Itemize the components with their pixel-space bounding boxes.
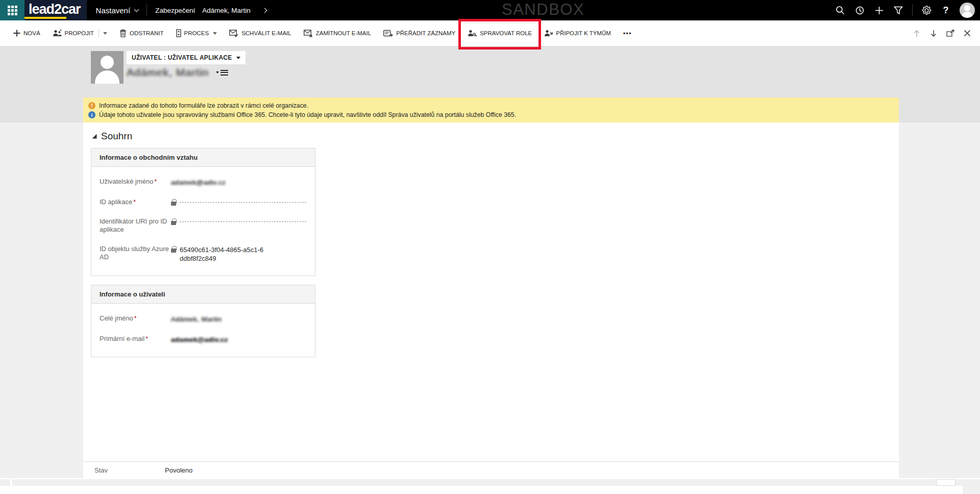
field-application-id[interactable]: ID aplikace* (100, 192, 309, 212)
trash-icon (119, 29, 127, 37)
app-logo[interactable]: lead2car (24, 0, 87, 20)
nav-section-menu[interactable]: Nastavení (96, 6, 139, 15)
logo-text: lead2car (29, 2, 81, 17)
approve-email-button[interactable]: SCHVÁLIT E-MAIL (223, 26, 298, 41)
email-reject-icon (304, 30, 313, 37)
popout-icon[interactable] (943, 26, 957, 41)
field-primary-email[interactable]: Primární e-mail* adamek@adiv.cz (100, 329, 309, 350)
button-label: NOVÁ (23, 30, 40, 36)
avatar-head-shape (964, 5, 970, 11)
button-label: SPRAVOVAT ROLE (480, 30, 532, 36)
content-area: UŽIVATEL : UŽIVATEL APLIKACE Adámek, Mar… (0, 46, 980, 494)
empty-value-dashes (180, 202, 306, 203)
field-azure-ad-object-id[interactable]: ID objektu služby Azure AD 65490c61-3f04… (100, 239, 309, 268)
help-icon[interactable]: ? (936, 0, 955, 20)
button-label: PŘEŘADIT ZÁZNAMY (396, 30, 455, 36)
settings-gear-icon[interactable] (917, 0, 936, 20)
header-divider (146, 4, 147, 16)
field-full-name[interactable]: Celé jméno* Adámek, Martin (100, 309, 309, 329)
new-button[interactable]: NOVÁ (7, 26, 46, 41)
collapse-triangle-icon (92, 134, 97, 139)
close-icon[interactable] (960, 26, 974, 41)
breadcrumb-area[interactable]: Zabezpečení (155, 7, 195, 14)
info-icon: i (88, 111, 95, 118)
notification-text: Informace zadané do tohoto formuláře lze… (99, 102, 308, 109)
email-approve-icon (229, 30, 238, 37)
record-meta: UŽIVATEL : UŽIVATEL APLIKACE Adámek, Mar… (127, 51, 246, 84)
field-label: Celé jméno* (100, 314, 171, 323)
process-icon (176, 29, 181, 37)
logo-underline (24, 17, 66, 19)
group-title: Informace o obchodním vztahu (91, 149, 315, 167)
more-commands-button[interactable]: ••• (617, 26, 638, 41)
section-collapse-toggle[interactable]: Souhrn (92, 131, 899, 142)
group-user-info: Informace o uživateli Celé jméno* Adámek… (91, 285, 315, 357)
form-column: UŽIVATEL : UŽIVATEL APLIKACE Adámek, Mar… (83, 46, 899, 494)
status-footer: Stav Povoleno (83, 461, 899, 478)
chevron-right-icon[interactable] (262, 8, 267, 13)
group-business-info: Informace o obchodním vztahu Uživatelské… (91, 148, 315, 276)
app-launcher-waffle-icon[interactable] (0, 0, 24, 20)
filter-funnel-icon[interactable] (889, 0, 908, 20)
scrollbar-left-gutter (0, 479, 10, 486)
breadcrumb-record[interactable]: Adámek, Martin (202, 7, 251, 14)
button-label: SCHVÁLIT E-MAIL (241, 30, 291, 36)
lock-icon (171, 199, 176, 206)
record-set-navigator[interactable] (216, 70, 228, 76)
nav-section-label: Nastavení (96, 6, 131, 15)
bottom-strip (0, 478, 980, 494)
required-asterisk: * (134, 315, 137, 322)
required-asterisk: * (133, 199, 136, 206)
field-value-redacted: adamek@adiv.cz (171, 178, 226, 187)
chevron-down-icon (134, 7, 139, 12)
notification-bar: ! Informace zadané do tohoto formuláře l… (83, 97, 899, 122)
waffle-grid-icon (8, 6, 17, 15)
plus-icon (13, 30, 20, 37)
scrollbar-thumb[interactable] (936, 479, 955, 486)
button-label: ODSTRANIT (130, 30, 163, 36)
top-header: lead2car Nastavení Zabezpečení Adámek, M… (0, 0, 980, 20)
button-label: PROPOJIT (65, 30, 94, 36)
process-button[interactable]: PROCES (170, 26, 224, 41)
chevron-down-icon (236, 57, 240, 59)
required-asterisk: * (145, 335, 148, 342)
button-label: PŘIPOJIT K TÝMŮM (556, 30, 611, 36)
people-icon (53, 30, 62, 37)
group-title: Informace o uživateli (91, 285, 315, 304)
delete-button[interactable]: ODSTRANIT (113, 26, 169, 41)
environment-watermark: SANDBOX (502, 1, 584, 19)
field-value-redacted: Adámek, Martin (171, 315, 222, 324)
field-label: Uživatelské jméno* (100, 178, 171, 186)
connect-button[interactable]: PROPOJIT (46, 26, 114, 41)
previous-record-icon[interactable] (910, 26, 923, 41)
quick-create-plus-icon[interactable] (869, 0, 889, 20)
form-selector-label: UŽIVATEL : UŽIVATEL APLIKACE (132, 54, 232, 61)
search-icon[interactable] (830, 0, 850, 20)
header-divider (912, 4, 913, 16)
chevron-down-icon (216, 71, 219, 73)
manage-roles-button[interactable]: SPRAVOVAT ROLE (461, 26, 538, 41)
user-avatar[interactable] (960, 3, 975, 18)
status-label: Stav (94, 466, 165, 474)
field-application-id-uri[interactable]: Identifikátor URI pro ID aplikace (100, 212, 309, 239)
next-record-icon[interactable] (926, 26, 940, 41)
field-label: ID aplikace* (100, 198, 171, 206)
notification-info: i Údaje tohoto uživatele jsou spravovány… (88, 110, 899, 119)
avatar-body-shape (95, 70, 119, 84)
form-selector-dropdown[interactable]: UŽIVATEL : UŽIVATEL APLIKACE (127, 51, 246, 64)
record-name-redacted: Adámek, Martin (127, 66, 209, 79)
join-teams-button[interactable]: PŘIPOJIT K TÝMŮM (538, 26, 617, 41)
chevron-down-icon[interactable] (213, 32, 217, 35)
field-username[interactable]: Uživatelské jméno* adamek@adiv.cz (100, 172, 309, 192)
join-teams-icon (544, 30, 553, 37)
scrollbar-corner (963, 486, 980, 494)
lock-icon (171, 246, 176, 253)
horizontal-scrollbar[interactable] (12, 479, 980, 486)
reassign-records-button[interactable]: PŘEŘADIT ZÁZNAMY (377, 26, 461, 41)
recent-items-icon[interactable] (850, 0, 869, 20)
status-value: Povoleno (165, 466, 192, 474)
field-value: 65490c61-3f04-4865-a5c1-6ddbf8f2c849 (180, 245, 266, 263)
reject-email-button[interactable]: ZAMÍTNOUT E-MAIL (298, 26, 377, 41)
chevron-down-icon[interactable] (103, 32, 107, 35)
record-avatar[interactable] (91, 51, 124, 84)
